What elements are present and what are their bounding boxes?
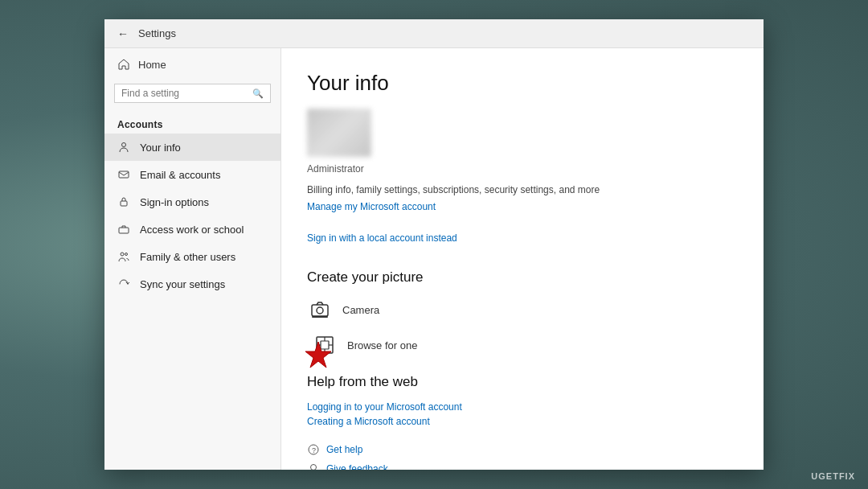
sidebar-section-title: Accounts	[104, 113, 280, 134]
camera-label: Camera	[342, 304, 379, 316]
home-label: Home	[138, 59, 166, 71]
page-title: Your info	[307, 71, 738, 96]
sidebar-item-email[interactable]: Email & accounts	[104, 161, 280, 188]
sidebar-item-work[interactable]: Access work or school	[104, 216, 280, 243]
content-area: Home 🔍 Accounts Your info	[104, 48, 764, 470]
browse-action[interactable]: Browse for one	[307, 332, 738, 358]
back-button[interactable]: ←	[114, 26, 132, 42]
help-section: Help from the web Logging in to your Mic…	[307, 374, 738, 427]
get-help-row[interactable]: ? Get help	[307, 443, 738, 456]
svg-point-4	[121, 253, 124, 256]
svg-rect-3	[119, 228, 129, 233]
sidebar-sync-label: Sync your settings	[140, 278, 225, 290]
svg-marker-9	[305, 342, 331, 368]
bottom-links: ? Get help Give feedback	[307, 443, 738, 470]
window-title: Settings	[138, 27, 176, 39]
help-circle-icon: ?	[307, 443, 320, 456]
watermark: UGETFIX	[811, 471, 855, 481]
user-role: Administrator	[307, 163, 738, 175]
svg-rect-1	[119, 171, 129, 178]
sidebar-family-label: Family & other users	[140, 251, 235, 263]
main-content: Your info Administrator Billing info, fa…	[281, 48, 764, 470]
people-icon	[117, 250, 130, 263]
svg-point-5	[125, 253, 128, 256]
lock-icon	[117, 195, 130, 208]
sidebar-email-label: Email & accounts	[140, 169, 220, 181]
email-icon	[117, 168, 130, 181]
give-feedback-label: Give feedback	[326, 463, 388, 470]
get-help-label: Get help	[326, 444, 362, 455]
svg-point-0	[122, 143, 126, 147]
settings-window: ← Settings Home 🔍 Accounts	[104, 19, 764, 470]
sidebar-signin-label: Sign-in options	[140, 196, 209, 208]
user-avatar-area	[307, 109, 738, 157]
search-box: 🔍	[114, 84, 271, 103]
title-bar: ← Settings	[104, 19, 764, 48]
give-feedback-row[interactable]: Give feedback	[307, 462, 738, 470]
briefcase-icon	[117, 223, 130, 236]
sidebar-item-family[interactable]: Family & other users	[104, 243, 280, 270]
camera-icon	[307, 297, 333, 323]
sidebar-your-info-label: Your info	[140, 142, 181, 154]
camera-action[interactable]: Camera	[307, 297, 738, 323]
search-input[interactable]	[121, 88, 249, 99]
create-picture-heading: Create your picture	[307, 269, 738, 286]
svg-rect-8	[312, 316, 328, 318]
home-icon	[117, 58, 130, 71]
sidebar: Home 🔍 Accounts Your info	[104, 48, 281, 470]
sidebar-item-your-info[interactable]: Your info	[104, 134, 280, 161]
manage-account-link[interactable]: Manage my Microsoft account	[307, 201, 436, 212]
sidebar-work-label: Access work or school	[140, 224, 244, 236]
browse-label: Browse for one	[347, 339, 417, 351]
help-link-login[interactable]: Logging in to your Microsoft account	[307, 401, 738, 413]
svg-rect-2	[121, 201, 127, 206]
sidebar-item-signin[interactable]: Sign-in options	[104, 188, 280, 216]
svg-rect-6	[312, 305, 328, 316]
svg-point-7	[317, 307, 323, 314]
sidebar-item-sync[interactable]: Sync your settings	[104, 270, 280, 298]
sync-icon	[117, 277, 130, 290]
billing-text: Billing info, family settings, subscript…	[307, 184, 738, 195]
annotation-star	[304, 340, 333, 369]
feedback-icon	[307, 462, 320, 470]
help-heading: Help from the web	[307, 374, 738, 390]
help-link-create[interactable]: Creating a Microsoft account	[307, 416, 738, 427]
avatar	[307, 109, 371, 157]
search-icon: 🔍	[252, 88, 264, 99]
person-icon	[117, 141, 130, 154]
sidebar-item-home[interactable]: Home	[104, 48, 280, 80]
svg-text:?: ?	[312, 446, 316, 454]
sign-in-local-link[interactable]: Sign in with a local account instead	[307, 232, 457, 244]
svg-point-18	[311, 465, 317, 471]
